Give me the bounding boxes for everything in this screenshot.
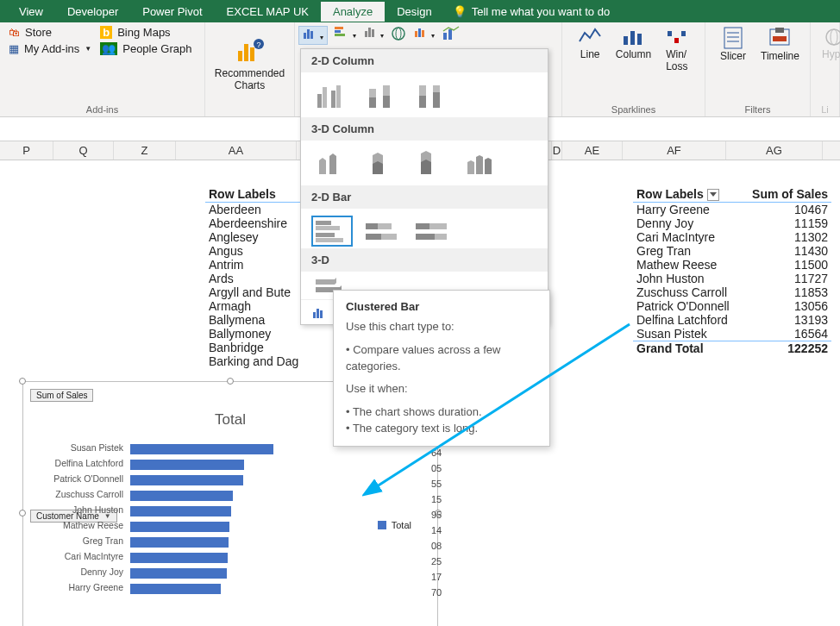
store-button[interactable]: 🛍 Store	[9, 26, 91, 39]
stacked-column-thumb[interactable]	[361, 79, 403, 110]
chart-plot-area[interactable]: Susan PistekDelfina LatchfordPatrick O'D…	[130, 437, 358, 626]
resize-handle[interactable]	[227, 378, 234, 385]
table-row[interactable]: Harry Greene10467	[633, 203, 831, 217]
table-row[interactable]: Barking and Dag	[205, 354, 302, 368]
column-chart-dropdown[interactable]: ▾	[298, 26, 328, 45]
sparkline-column-button[interactable]: Column	[614, 26, 652, 60]
tab-excelmapuk[interactable]: EXCEL MAP UK	[215, 2, 321, 22]
row-labels-header[interactable]: Row Labels	[205, 186, 302, 203]
col-Z[interactable]: Z	[114, 141, 176, 160]
tab-view[interactable]: View	[7, 2, 55, 22]
svg-rect-43	[383, 96, 390, 108]
bar-chart-dropdown[interactable]: ▾	[335, 26, 355, 45]
axis-category-label: Zuschuss Carroll	[27, 489, 123, 499]
chart-bar[interactable]	[130, 537, 229, 548]
chart-bar[interactable]	[130, 553, 228, 563]
col-AF[interactable]: AF	[623, 141, 726, 160]
table-row[interactable]: Angus	[205, 244, 302, 258]
svg-rect-16	[415, 31, 417, 37]
table-row[interactable]: Susan Pistek16564	[633, 327, 831, 341]
pivot-table-right[interactable]: Row Labels Sum of Sales Harry Greene1046…	[633, 186, 831, 355]
pivot-table-left[interactable]: Row Labels AberdeenAberdeenshireAnglesey…	[205, 186, 302, 368]
table-row[interactable]: Delfina Latchford13193	[633, 313, 831, 327]
svg-rect-64	[366, 234, 381, 240]
table-row[interactable]: Aberdeen	[205, 203, 302, 216]
table-row[interactable]: Patrick O'Donnell13056	[633, 299, 831, 313]
pivotchart-button[interactable]	[442, 26, 461, 45]
chart-legend[interactable]: Total	[378, 520, 411, 530]
timeline-icon	[768, 26, 791, 50]
gallery-2d-bar-label: 2-D Bar	[301, 185, 548, 209]
bing-maps-button[interactable]: b Bing Maps	[100, 26, 191, 39]
combo-chart-dropdown[interactable]: ▾	[413, 26, 434, 45]
table-row[interactable]: Antrim	[205, 258, 302, 272]
tab-developer[interactable]: Developer	[55, 2, 130, 22]
gallery-3d-bar-label: 3-D	[301, 248, 548, 272]
tab-analyze[interactable]: Analyze	[321, 2, 385, 22]
3d-column-thumb[interactable]	[461, 147, 503, 178]
col-AG[interactable]: AG	[726, 141, 823, 160]
chart-bar[interactable]	[130, 584, 221, 594]
my-addins-button[interactable]: ▦ My Add-ins ▼	[9, 42, 91, 55]
svg-rect-17	[418, 28, 421, 37]
table-row[interactable]: Argyll and Bute	[205, 285, 302, 299]
chart-bar[interactable]	[130, 506, 231, 516]
table-row[interactable]: Ballymena	[205, 313, 302, 327]
table-row[interactable]: Aberdeenshire	[205, 216, 302, 230]
table-row[interactable]: Ballymoney	[205, 327, 302, 341]
svg-rect-12	[368, 28, 371, 37]
hyperlink-button[interactable]: Hype	[819, 26, 840, 60]
hierarchy-chart-dropdown[interactable]: ▾	[363, 26, 384, 45]
table-row[interactable]: Zuschuss Carroll11853	[633, 285, 831, 299]
col-Q[interactable]: Q	[53, 141, 114, 160]
col-AA[interactable]: AA	[176, 141, 297, 160]
svg-rect-36	[317, 94, 322, 108]
100pct-stacked-bar-thumb[interactable]	[411, 216, 453, 247]
timeline-button[interactable]: Timeline	[759, 26, 801, 62]
sparkline-line-button[interactable]: Line	[571, 26, 609, 60]
map-chart-button[interactable]	[391, 26, 406, 45]
tab-design[interactable]: Design	[385, 2, 443, 22]
chart-bar[interactable]	[130, 522, 229, 532]
chart-bar[interactable]	[130, 491, 233, 501]
svg-rect-9	[335, 30, 341, 33]
3d-stacked-column-thumb[interactable]	[361, 147, 403, 178]
filter-icon[interactable]	[707, 189, 719, 201]
table-row[interactable]: Mathew Reese11500	[633, 258, 831, 272]
table-row[interactable]: Cari MacIntyre11302	[633, 230, 831, 244]
chart-bar[interactable]	[130, 460, 244, 470]
col-P[interactable]: P	[0, 141, 53, 160]
table-row[interactable]: Armagh	[205, 299, 302, 313]
chart-bar[interactable]	[130, 568, 227, 579]
tell-me-search[interactable]: 💡 Tell me what you want to do	[444, 5, 610, 18]
chart-bar[interactable]	[130, 475, 243, 485]
row-labels-header[interactable]: Row Labels	[633, 186, 742, 203]
resize-handle[interactable]	[19, 378, 26, 385]
clustered-bar-thumb[interactable]	[311, 216, 353, 247]
slicer-button[interactable]: Slicer	[714, 26, 752, 62]
sparkline-winloss-button[interactable]: Win/ Loss	[658, 26, 696, 72]
100pct-stacked-column-thumb[interactable]	[411, 79, 453, 110]
table-row[interactable]: Banbridge	[205, 341, 302, 354]
table-row[interactable]: Greg Tran11430	[633, 244, 831, 258]
table-row[interactable]: Ards	[205, 272, 302, 285]
lightbulb-icon: 💡	[453, 5, 467, 18]
3d-100pct-column-thumb[interactable]	[411, 147, 453, 178]
col-AE[interactable]: AE	[562, 141, 623, 160]
table-row[interactable]: John Huston11727	[633, 272, 831, 285]
people-graph-button[interactable]: 👥 People Graph	[100, 42, 191, 55]
3d-clustered-column-thumb[interactable]	[311, 147, 353, 178]
clustered-column-thumb[interactable]	[311, 79, 353, 110]
value-field-button[interactable]: Sum of Sales	[30, 389, 93, 402]
table-row[interactable]: Denny Joy11159	[633, 216, 831, 230]
tab-powerpivot[interactable]: Power Pivot	[130, 2, 214, 22]
col-AD[interactable]: D	[552, 141, 562, 160]
sum-of-sales-header[interactable]: Sum of Sales	[742, 186, 831, 203]
svg-rect-7	[310, 31, 313, 39]
chart-bar[interactable]	[130, 444, 273, 454]
recommended-charts-button[interactable]: ? Recommended Charts	[216, 38, 285, 91]
table-row[interactable]: Anglesey	[205, 230, 302, 244]
stacked-bar-thumb[interactable]	[361, 216, 403, 247]
resize-handle[interactable]	[19, 510, 26, 516]
svg-marker-32	[775, 28, 784, 33]
